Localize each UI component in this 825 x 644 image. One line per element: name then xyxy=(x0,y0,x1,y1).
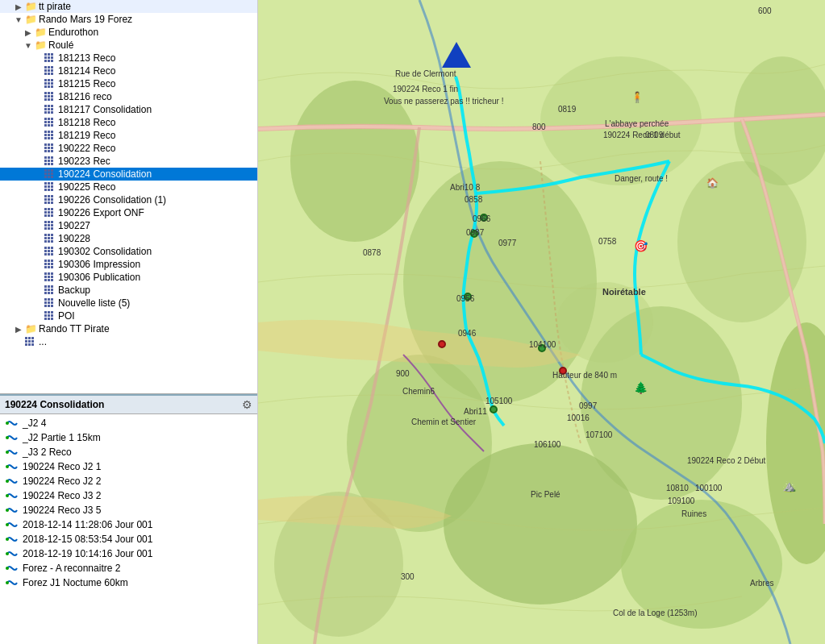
svg-rect-69 xyxy=(44,150,47,152)
svg-rect-169 xyxy=(48,292,50,294)
svg-rect-15 xyxy=(44,73,47,75)
svg-rect-114 xyxy=(44,214,47,217)
bottom-item-j3-2[interactable]: _J3 2 Reco xyxy=(0,445,257,459)
folder-icon: 📁 xyxy=(24,1,37,12)
svg-rect-153 xyxy=(44,272,47,275)
tree-item-190223[interactable]: 190223 Rec xyxy=(0,155,257,168)
tree-item-181214[interactable]: 181214 Reco xyxy=(0,64,257,77)
svg-rect-187 xyxy=(48,318,50,320)
tree-item-190225[interactable]: 190225 Reco xyxy=(0,181,257,193)
doc-icon xyxy=(44,259,56,270)
doc-icon xyxy=(44,181,56,193)
route-icon xyxy=(5,432,19,443)
svg-rect-78 xyxy=(44,163,47,165)
svg-rect-88 xyxy=(48,176,50,178)
bottom-item-forez-j1[interactable]: Forez J1 Noctume 60km xyxy=(0,575,257,590)
doc-icon xyxy=(44,310,56,322)
svg-rect-134 xyxy=(51,240,53,243)
svg-rect-194 xyxy=(31,340,34,343)
tree-item-more[interactable]: ... xyxy=(0,335,257,348)
tree-item-label: 181217 Consolidation xyxy=(58,104,152,115)
tree-item-181219[interactable]: 181219 Reco xyxy=(0,129,257,142)
tree-item-190306-pub[interactable]: 190306 Publication xyxy=(0,271,257,284)
svg-rect-76 xyxy=(48,160,50,162)
svg-rect-158 xyxy=(51,276,53,278)
tree-item-190306-imp[interactable]: 190306 Impression xyxy=(0,258,257,271)
tree-item-190222[interactable]: 190222 Reco xyxy=(0,142,257,155)
expand-icon: ▶ xyxy=(13,1,24,12)
bottom-item-forez-a-reconnaitre[interactable]: Forez - A reconnaitre 2 xyxy=(0,561,257,575)
svg-rect-27 xyxy=(44,92,47,94)
bottom-item-jour001-1[interactable]: 2018-12-14 11:28:06 Jour 001 xyxy=(0,517,257,532)
svg-rect-129 xyxy=(44,237,47,239)
bottom-item-j2-partie[interactable]: _J2 Partie 1 15km xyxy=(0,430,257,445)
tree-scroll[interactable]: ▶📁tt pirate▼📁Rando Mars 19 Forez▶📁Enduro… xyxy=(0,0,257,393)
svg-rect-146 xyxy=(51,260,53,262)
tree-item-190226-consol[interactable]: 190226 Consolidation (1) xyxy=(0,193,257,206)
tree-item-190302[interactable]: 190302 Consolidation xyxy=(0,245,257,258)
svg-rect-77 xyxy=(51,160,53,162)
expand-icon xyxy=(32,104,44,115)
svg-rect-6 xyxy=(44,60,47,62)
svg-rect-65 xyxy=(51,143,53,146)
doc-icon xyxy=(44,233,56,244)
tree-item-label: Roulé xyxy=(48,39,73,51)
tree-item-181217[interactable]: 181217 Consolidation xyxy=(0,103,257,116)
bottom-item-label: 190224 Reco J2 2 xyxy=(23,476,101,487)
svg-rect-102 xyxy=(44,198,47,201)
tree-item-backup[interactable]: Backup xyxy=(0,284,257,297)
bottom-item-reco-j2-2[interactable]: 190224 Reco J2 2 xyxy=(0,474,257,488)
tree-item-tt-pirate[interactable]: ▶📁tt pirate xyxy=(0,0,257,13)
tree-item-190227[interactable]: 190227 xyxy=(0,219,257,232)
expand-icon xyxy=(32,52,44,64)
bottom-item-reco-j3-5[interactable]: 190224 Reco J3 5 xyxy=(0,503,257,517)
tree-item-endurothon[interactable]: ▶📁Endurothon xyxy=(0,26,257,39)
tree-item-label: Rando Mars 19 Forez xyxy=(39,14,132,25)
bottom-item-reco-j2-1[interactable]: 190224 Reco J2 1 xyxy=(0,459,257,474)
svg-rect-165 xyxy=(44,289,47,291)
svg-rect-159 xyxy=(44,279,47,281)
tree-item-label: Rando TT Pirate xyxy=(39,323,110,334)
tree-item-190226-export[interactable]: 190226 Export ONF xyxy=(0,206,257,219)
svg-rect-30 xyxy=(44,95,47,98)
tree-item-181216[interactable]: 181216 reco xyxy=(0,90,257,103)
svg-rect-179 xyxy=(51,305,53,307)
svg-rect-81 xyxy=(44,169,47,172)
bottom-item-jour001-2[interactable]: 2018-12-15 08:53:54 Jour 001 xyxy=(0,532,257,546)
svg-rect-189 xyxy=(25,337,27,339)
svg-rect-184 xyxy=(48,314,50,317)
bottom-item-reco-j3-2[interactable]: 190224 Reco J3 2 xyxy=(0,488,257,503)
svg-rect-105 xyxy=(44,202,47,204)
tree-item-181215[interactable]: 181215 Reco xyxy=(0,77,257,90)
bottom-item-jour001-3[interactable]: 2018-12-19 10:14:16 Jour 001 xyxy=(0,546,257,561)
gear-icon[interactable]: ⚙ xyxy=(242,398,252,411)
svg-rect-5 xyxy=(51,56,53,59)
tree-item-rando-tt-pirate[interactable]: ▶📁Rando TT Pirate xyxy=(0,322,257,335)
tree-item-190228[interactable]: 190228 xyxy=(0,232,257,245)
tree-item-poi[interactable]: POI xyxy=(0,310,257,322)
svg-rect-22 xyxy=(48,82,50,85)
tree-item-190224-consol[interactable]: 190224 Consolidation xyxy=(0,168,257,181)
svg-rect-28 xyxy=(48,92,50,94)
svg-rect-123 xyxy=(44,227,47,230)
svg-rect-29 xyxy=(51,92,53,94)
expand-icon xyxy=(32,91,44,102)
map-area[interactable]: Rue de Clermont190224 Reco 1 finVous ne … xyxy=(258,0,825,644)
tree-item-roule[interactable]: ▼📁Roulé xyxy=(0,39,257,52)
svg-rect-34 xyxy=(48,98,50,101)
svg-rect-51 xyxy=(44,124,47,127)
expand-icon xyxy=(32,272,44,283)
tree-item-181218[interactable]: 181218 Reco xyxy=(0,116,257,129)
svg-rect-104 xyxy=(51,198,53,201)
tree-item-rando-mars-19[interactable]: ▼📁Rando Mars 19 Forez xyxy=(0,13,257,26)
route-icon xyxy=(5,447,19,458)
svg-point-199 xyxy=(6,436,9,439)
tree-item-nouvelle-liste[interactable]: Nouvelle liste (5) xyxy=(0,297,257,310)
tree-item-181213[interactable]: 181213 Reco xyxy=(0,52,257,64)
bottom-item-j2-4[interactable]: _J2 4 xyxy=(0,416,257,430)
bottom-item-label: 190224 Reco J3 5 xyxy=(23,505,101,516)
svg-rect-151 xyxy=(48,266,50,268)
svg-rect-9 xyxy=(44,66,47,69)
svg-rect-180 xyxy=(44,311,47,314)
doc-icon xyxy=(44,207,56,218)
